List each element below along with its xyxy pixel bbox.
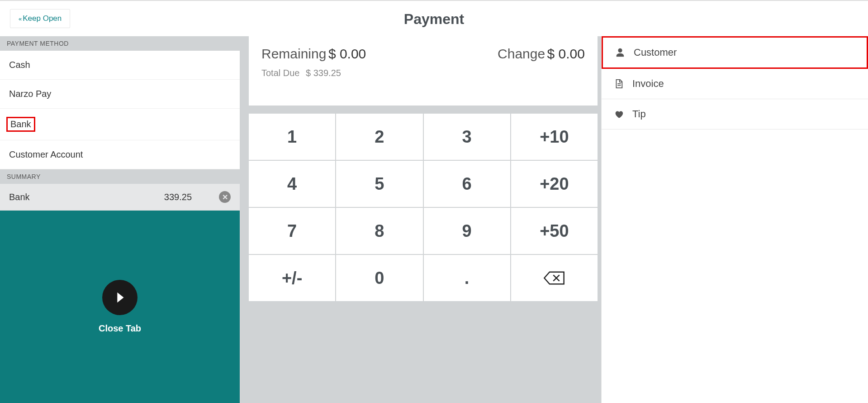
total-due: Total Due $ 339.25	[261, 68, 585, 78]
close-icon: ✕	[222, 193, 228, 202]
center-panel: Remaining $ 0.00 Change $ 0.00 Total Due…	[240, 36, 601, 403]
key-plus-10[interactable]: +10	[511, 114, 598, 160]
payment-method-bank-label: Bank	[6, 117, 35, 132]
total-due-label: Total Due	[261, 68, 300, 78]
key-6[interactable]: 6	[424, 161, 510, 207]
action-invoice[interactable]: Invoice	[602, 69, 868, 99]
right-panel: Customer Invoice Tip	[601, 36, 868, 403]
total-due-value: $ 339.25	[306, 68, 341, 78]
key-backspace[interactable]	[511, 255, 598, 301]
backspace-icon	[543, 270, 565, 286]
key-decimal[interactable]: .	[424, 255, 510, 301]
header: « Keep Open Payment	[0, 1, 868, 36]
remaining-value: $ 0.00	[328, 46, 366, 61]
summary-row-amount: 339.25	[164, 192, 192, 202]
action-customer[interactable]: Customer	[602, 36, 868, 69]
payment-method-bank[interactable]: Bank	[0, 109, 240, 140]
left-panel: PAYMENT METHOD Cash Narzo Pay Bank Custo…	[0, 36, 240, 403]
summary-row-label: Bank	[9, 192, 164, 202]
key-3[interactable]: 3	[424, 114, 510, 160]
key-4[interactable]: 4	[249, 161, 335, 207]
key-plus-minus[interactable]: +/-	[249, 255, 335, 301]
key-9[interactable]: 9	[424, 208, 510, 254]
action-customer-label: Customer	[634, 47, 677, 58]
chevron-left-double-icon: «	[19, 15, 20, 22]
user-icon	[615, 47, 626, 58]
summary-header: SUMMARY	[0, 169, 240, 184]
remove-summary-button[interactable]: ✕	[219, 191, 231, 203]
chevron-right-icon	[112, 290, 128, 305]
payment-method-narzo-pay[interactable]: Narzo Pay	[0, 80, 240, 109]
action-invoice-label: Invoice	[632, 78, 664, 90]
remaining-label: Remaining	[261, 46, 326, 61]
close-tab-circle	[102, 280, 138, 315]
keep-open-button[interactable]: « Keep Open	[10, 9, 70, 28]
key-plus-20[interactable]: +20	[511, 161, 598, 207]
document-icon	[613, 78, 624, 89]
key-8[interactable]: 8	[336, 208, 422, 254]
heart-icon	[613, 109, 624, 120]
key-7[interactable]: 7	[249, 208, 335, 254]
change-value: $ 0.00	[547, 46, 585, 61]
status-row: Remaining $ 0.00 Change $ 0.00	[261, 46, 585, 62]
summary-row[interactable]: Bank 339.25 ✕	[0, 184, 240, 211]
key-2[interactable]: 2	[336, 114, 422, 160]
payment-method-cash[interactable]: Cash	[0, 51, 240, 80]
status-card: Remaining $ 0.00 Change $ 0.00 Total Due…	[249, 36, 598, 106]
action-tip-label: Tip	[632, 108, 646, 120]
keypad: 1 2 3 +10 4 5 6 +20 7 8 9 +50 +/- 0 .	[249, 114, 598, 301]
change-label: Change	[498, 46, 545, 61]
close-tab-button[interactable]: Close Tab	[0, 211, 240, 403]
action-tip[interactable]: Tip	[602, 99, 868, 130]
key-5[interactable]: 5	[336, 161, 422, 207]
key-1[interactable]: 1	[249, 114, 335, 160]
close-tab-label: Close Tab	[99, 323, 141, 334]
key-plus-50[interactable]: +50	[511, 208, 598, 254]
page-title: Payment	[404, 11, 464, 28]
key-0[interactable]: 0	[336, 255, 422, 301]
payment-method-customer-account[interactable]: Customer Account	[0, 140, 240, 169]
payment-method-header: PAYMENT METHOD	[0, 36, 240, 51]
main-area: PAYMENT METHOD Cash Narzo Pay Bank Custo…	[0, 36, 868, 403]
keep-open-label: Keep Open	[23, 14, 62, 23]
